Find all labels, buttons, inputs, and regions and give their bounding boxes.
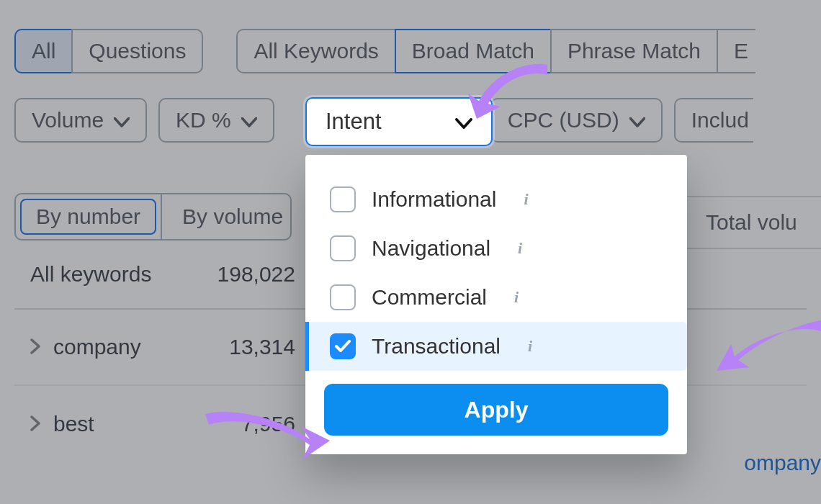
- table-header-label: All keywords: [14, 262, 194, 287]
- tab-by-volume[interactable]: By volume: [162, 194, 290, 239]
- filter-kd[interactable]: KD %: [158, 98, 274, 143]
- chevron-down-icon: [241, 108, 257, 132]
- tab-broad-match[interactable]: Broad Match: [395, 29, 552, 73]
- chevron-right-icon: [30, 335, 40, 359]
- chevron-right-icon: [30, 412, 40, 436]
- keyword-cell: company: [53, 335, 141, 359]
- filter-intent[interactable]: Intent: [305, 97, 493, 146]
- option-label: Navigational: [372, 236, 490, 261]
- option-label: Commercial: [372, 285, 487, 310]
- intent-option-commercial[interactable]: Commercial i: [324, 273, 668, 322]
- intent-dropdown: Informational i Navigational i Commercia…: [305, 155, 687, 454]
- tab-exact-match-partial[interactable]: E: [717, 29, 755, 73]
- info-icon[interactable]: i: [507, 288, 526, 307]
- apply-button[interactable]: Apply: [324, 384, 668, 436]
- checkbox[interactable]: [330, 284, 356, 310]
- intent-option-transactional[interactable]: Transactional i: [305, 322, 687, 371]
- link-fragment[interactable]: ompany: [744, 451, 821, 475]
- tab-by-number[interactable]: By number: [16, 194, 162, 239]
- tab-all-keywords[interactable]: All Keywords: [236, 29, 395, 73]
- checkbox[interactable]: [330, 186, 356, 212]
- filter-intent-label: Intent: [326, 109, 382, 135]
- intent-option-navigational[interactable]: Navigational i: [324, 224, 668, 273]
- filter-kd-label: KD %: [176, 108, 231, 132]
- tab-all[interactable]: All: [14, 29, 73, 73]
- chevron-down-icon: [114, 108, 130, 132]
- tab-questions[interactable]: Questions: [71, 29, 203, 73]
- info-icon[interactable]: i: [521, 337, 539, 356]
- table-header-value: 198,022: [194, 262, 324, 287]
- option-label: Informational: [372, 187, 496, 212]
- view-tabs: By number By volume: [14, 193, 292, 240]
- chevron-down-icon: [455, 109, 472, 135]
- info-icon[interactable]: i: [516, 190, 535, 209]
- filter-volume[interactable]: Volume: [14, 98, 147, 143]
- keyword-cell: best: [53, 412, 94, 436]
- intent-option-informational[interactable]: Informational i: [324, 175, 668, 224]
- column-header-total-volume-partial: Total volu: [684, 196, 821, 249]
- tab-phrase-match[interactable]: Phrase Match: [550, 29, 718, 73]
- info-icon[interactable]: i: [511, 239, 529, 258]
- checkbox[interactable]: [330, 235, 356, 261]
- match-type-tabs: All Questions All Keywords Broad Match P…: [14, 29, 807, 73]
- count-cell: 7,956: [194, 412, 324, 436]
- filter-include-label: Includ: [691, 108, 749, 132]
- option-label: Transactional: [372, 334, 501, 359]
- count-cell: 13,314: [194, 335, 324, 359]
- filter-volume-label: Volume: [32, 108, 104, 132]
- checkbox-checked[interactable]: [330, 333, 356, 359]
